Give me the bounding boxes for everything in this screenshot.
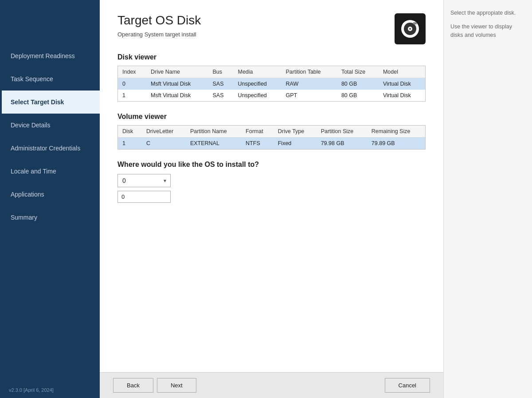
header-text: Target OS Disk Operating System target i… bbox=[117, 13, 201, 38]
disk-col-header: Bus bbox=[208, 66, 233, 78]
disk-col-header: Total Size bbox=[337, 66, 379, 78]
table-row[interactable]: 1CEXTERNALNTFSFixed79.98 GB79.89 GB bbox=[118, 138, 425, 150]
sidebar-item-device-details[interactable]: Device Details bbox=[0, 114, 100, 137]
right-panel-line2: Use the viewer to display disks and volu… bbox=[450, 23, 525, 39]
sidebar-item-deployment-readiness[interactable]: Deployment Readiness bbox=[0, 44, 100, 67]
disk-col-header: Model bbox=[379, 66, 425, 78]
svg-rect-4 bbox=[413, 22, 417, 24]
volume-col-header: Disk bbox=[118, 126, 142, 138]
install-section: Where would you like the OS to install t… bbox=[117, 161, 426, 203]
volume-col-header: Partition Name bbox=[186, 126, 241, 138]
disk-viewer-table-wrapper: IndexDrive NameBusMediaPartition TableTo… bbox=[117, 66, 426, 102]
install-question: Where would you like the OS to install t… bbox=[117, 161, 426, 169]
disk-table: IndexDrive NameBusMediaPartition TableTo… bbox=[118, 66, 425, 101]
table-row[interactable]: 1Msft Virtual DiskSASUnspecifiedGPT80 GB… bbox=[118, 90, 425, 101]
main-content: Target OS Disk Operating System target i… bbox=[100, 0, 443, 398]
volume-viewer-table-wrapper: DiskDriveLetterPartition NameFormatDrive… bbox=[117, 125, 426, 150]
volume-col-header: Drive Type bbox=[274, 126, 317, 138]
volume-table-body: 1CEXTERNALNTFSFixed79.98 GB79.89 GB bbox=[118, 138, 425, 150]
volume-col-header: Remaining Size bbox=[367, 126, 425, 138]
right-panel: Select the appropiate disk. Use the view… bbox=[443, 0, 532, 398]
sidebar-nav: Deployment ReadinessTask SequenceSelect … bbox=[0, 0, 100, 229]
disk-table-header-row: IndexDrive NameBusMediaPartition TableTo… bbox=[118, 66, 425, 78]
disk-icon bbox=[395, 13, 426, 44]
volume-col-header: DriveLetter bbox=[142, 126, 186, 138]
install-disk-select[interactable]: 01 bbox=[117, 174, 171, 187]
disk-col-header: Index bbox=[118, 66, 146, 78]
volume-viewer-title: Volume viewer bbox=[117, 113, 426, 121]
disk-viewer-title: Disk viewer bbox=[117, 53, 426, 61]
page-subtitle: Operating System target install bbox=[117, 31, 201, 38]
sidebar-item-applications[interactable]: Applications bbox=[0, 183, 100, 206]
disk-col-header: Media bbox=[233, 66, 281, 78]
volume-col-header: Format bbox=[241, 126, 274, 138]
cancel-button[interactable]: Cancel bbox=[385, 378, 430, 393]
sidebar-item-select-target-disk[interactable]: Select Target Disk bbox=[0, 91, 100, 114]
volume-col-header: Partition Size bbox=[317, 126, 367, 138]
disk-col-header: Drive Name bbox=[146, 66, 208, 78]
page-body: Target OS Disk Operating System target i… bbox=[100, 0, 443, 372]
svg-point-3 bbox=[409, 28, 411, 30]
sidebar-item-locale-and-time[interactable]: Locale and Time bbox=[0, 160, 100, 183]
sidebar-item-administrator-credentials[interactable]: Administrator Credentials bbox=[0, 137, 100, 160]
sidebar: Deployment ReadinessTask SequenceSelect … bbox=[0, 0, 100, 398]
sidebar-item-summary[interactable]: Summary bbox=[0, 206, 100, 229]
volume-table: DiskDriveLetterPartition NameFormatDrive… bbox=[118, 126, 425, 149]
volume-table-header-row: DiskDriveLetterPartition NameFormatDrive… bbox=[118, 126, 425, 138]
table-row[interactable]: 0Msft Virtual DiskSASUnspecifiedRAW80 GB… bbox=[118, 78, 425, 90]
disk-table-body: 0Msft Virtual DiskSASUnspecifiedRAW80 GB… bbox=[118, 78, 425, 102]
back-button[interactable]: Back bbox=[113, 378, 153, 393]
disk-col-header: Partition Table bbox=[282, 66, 337, 78]
install-disk-input[interactable] bbox=[117, 191, 171, 203]
page-header: Target OS Disk Operating System target i… bbox=[117, 13, 426, 44]
page-title: Target OS Disk bbox=[117, 13, 201, 28]
sidebar-item-task-sequence[interactable]: Task Sequence bbox=[0, 67, 100, 91]
right-panel-line1: Select the appropiate disk. bbox=[450, 9, 525, 17]
sidebar-version: v2.3.0 [April 6, 2024] bbox=[0, 382, 100, 398]
page-footer: Back Next Cancel bbox=[100, 372, 443, 398]
install-select-wrapper: 01 ▼ bbox=[117, 174, 171, 187]
next-button[interactable]: Next bbox=[157, 378, 196, 393]
